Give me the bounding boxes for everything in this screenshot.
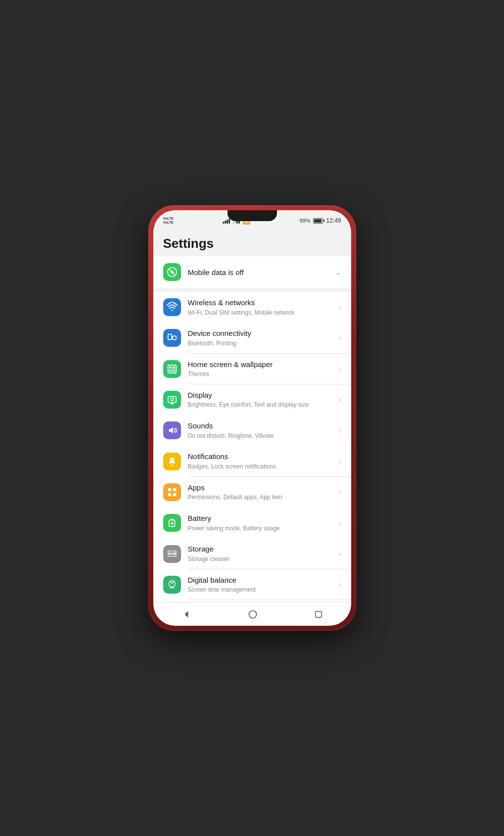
- storage-title: Storage: [188, 544, 332, 554]
- settings-item-battery[interactable]: Battery Power saving mode, Battery usage…: [153, 508, 351, 538]
- settings-item-display[interactable]: Display Brightness, Eye comfort, Text an…: [153, 384, 351, 415]
- notifications-title: Notifications: [188, 452, 332, 462]
- storage-icon: [163, 545, 181, 563]
- settings-item-device[interactable]: Device connectivity Bluetooth, Printing …: [153, 323, 351, 353]
- settings-item-sounds[interactable]: Sounds Do not disturb, Ringtone, Vibrate…: [153, 415, 351, 446]
- battery-text: Battery Power saving mode, Battery usage: [188, 513, 332, 532]
- digital-chevron: ›: [338, 580, 341, 589]
- content-area: Settings Mobile data is off: [153, 228, 351, 602]
- digital-text: Digital balance Screen time management: [188, 575, 332, 594]
- apps-title: Apps: [188, 483, 332, 493]
- battery-fill: [314, 219, 321, 223]
- storage-subtitle: Storage cleaner: [188, 555, 332, 563]
- svg-rect-10: [172, 366, 175, 369]
- notch: [228, 210, 277, 221]
- digital-title: Digital balance: [188, 575, 332, 585]
- digital-icon: [163, 576, 181, 594]
- sounds-title: Sounds: [188, 421, 332, 431]
- display-title: Display: [188, 390, 332, 400]
- phone-frame: VoLTE VoLTE 📶: [148, 205, 356, 631]
- display-icon: [163, 391, 181, 409]
- apps-icon: [163, 483, 181, 501]
- volte-label: VoLTE: [163, 217, 174, 221]
- svg-point-28: [174, 551, 175, 552]
- svg-rect-11: [169, 370, 172, 372]
- svg-rect-20: [168, 493, 171, 496]
- settings-item-apps[interactable]: Apps Permissions, Default apps, App twin…: [153, 477, 351, 508]
- wireless-chevron: ›: [338, 303, 341, 312]
- settings-item-homescreen[interactable]: Home screen & wallpaper Themes ›: [153, 354, 351, 384]
- settings-item-notifications[interactable]: Notifications Badges, Lock screen notifi…: [153, 446, 351, 476]
- svg-point-4: [171, 310, 173, 311]
- notifications-chevron: ›: [338, 457, 341, 466]
- mobile-data-banner[interactable]: Mobile data is off ⌄: [153, 256, 351, 288]
- wireless-subtitle: Wi-Fi, Dual SIM settings, Mobile network: [188, 309, 332, 317]
- battery-title: Battery: [188, 513, 332, 523]
- back-button[interactable]: [172, 605, 201, 623]
- homescreen-chevron: ›: [338, 365, 341, 373]
- display-text: Display Brightness, Eye comfort, Text an…: [188, 390, 332, 409]
- settings-item-storage[interactable]: Storage Storage cleaner ›: [153, 538, 351, 569]
- svg-point-29: [174, 555, 175, 556]
- svg-rect-12: [172, 370, 175, 372]
- clock: 12:49: [326, 217, 341, 224]
- svg-rect-13: [168, 397, 176, 403]
- sounds-icon: [163, 421, 181, 439]
- apps-subtitle: Permissions, Default apps, App twin: [188, 493, 332, 502]
- apps-chevron: ›: [338, 488, 341, 497]
- battery-subtitle: Power saving mode, Battery usage: [188, 524, 332, 533]
- page-title: Settings: [153, 228, 351, 256]
- settings-list: Wireless & networks Wi-Fi, Dual SIM sett…: [153, 292, 351, 602]
- settings-item-digital[interactable]: Digital balance Screen time management ›: [153, 569, 351, 600]
- sounds-chevron: ›: [338, 426, 341, 435]
- digital-subtitle: Screen time management: [188, 586, 332, 594]
- homescreen-text: Home screen & wallpaper Themes: [188, 360, 332, 378]
- settings-item-security[interactable]: Security & privacy Face recognition, Fin…: [153, 600, 351, 602]
- mobile-data-icon: [163, 263, 181, 281]
- phone-inner: VoLTE VoLTE 📶: [153, 210, 351, 626]
- mobile-data-left: Mobile data is off: [163, 263, 244, 281]
- apps-text: Apps Permissions, Default apps, App twin: [188, 483, 332, 502]
- status-right: 99% 12:49: [299, 217, 341, 224]
- wireless-text: Wireless & networks Wi-Fi, Dual SIM sett…: [188, 298, 332, 317]
- device-subtitle: Bluetooth, Printing: [188, 339, 332, 348]
- chevron-down-icon: ⌄: [335, 268, 341, 276]
- wireless-icon: [163, 298, 181, 316]
- svg-rect-18: [168, 488, 171, 491]
- homescreen-title: Home screen & wallpaper: [188, 360, 332, 370]
- svg-rect-5: [168, 334, 171, 340]
- device-icon: [163, 329, 181, 347]
- homescreen-subtitle: Themes: [188, 370, 332, 378]
- device-title: Device connectivity: [188, 328, 332, 338]
- svg-rect-6: [172, 336, 176, 340]
- battery-chevron: ›: [338, 518, 341, 527]
- svg-marker-31: [184, 611, 188, 617]
- homescreen-icon: [163, 360, 181, 378]
- battery-pct: 99%: [299, 218, 310, 224]
- sounds-text: Sounds Do not disturb, Ringtone, Vibrate: [188, 421, 332, 440]
- battery-indicator: [313, 218, 323, 224]
- status-left: VoLTE VoLTE: [163, 217, 174, 225]
- volte-label2: VoLTE: [163, 221, 174, 225]
- notifications-icon: [163, 453, 181, 470]
- storage-text: Storage Storage cleaner: [188, 544, 332, 563]
- svg-rect-19: [173, 488, 176, 491]
- display-chevron: ›: [338, 395, 341, 404]
- device-chevron: ›: [338, 333, 341, 342]
- storage-chevron: ›: [338, 550, 341, 558]
- svg-marker-17: [169, 427, 173, 434]
- battery-icon-box: [163, 514, 181, 532]
- mobile-data-text: Mobile data is off: [188, 268, 244, 277]
- svg-rect-21: [173, 493, 176, 496]
- screen: VoLTE VoLTE 📶: [153, 210, 351, 626]
- svg-rect-8: [168, 365, 176, 373]
- sounds-subtitle: Do not disturb, Ringtone, Vibrate: [188, 432, 332, 440]
- nav-bar: [153, 602, 351, 626]
- svg-point-16: [171, 398, 174, 401]
- svg-rect-9: [169, 366, 172, 369]
- notifications-subtitle: Badges, Lock screen notifications: [188, 463, 332, 471]
- home-button[interactable]: [238, 605, 268, 623]
- settings-item-wireless[interactable]: Wireless & networks Wi-Fi, Dual SIM sett…: [153, 292, 351, 323]
- recent-button[interactable]: [304, 606, 333, 623]
- svg-point-32: [249, 610, 256, 618]
